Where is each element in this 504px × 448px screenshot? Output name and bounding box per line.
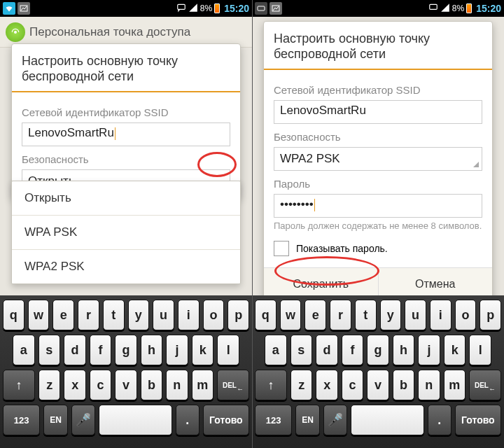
keyboard: q w e r t y u i o p a s d f g h j k l ↑ … <box>252 295 504 448</box>
key-i[interactable]: i <box>430 300 451 330</box>
show-password-label: Показывать пароль. <box>296 243 388 254</box>
key-c[interactable]: c <box>90 370 111 400</box>
key-go[interactable]: Готово <box>203 405 249 435</box>
key-j[interactable]: j <box>418 335 440 365</box>
battery-icon <box>214 4 220 13</box>
key-space[interactable] <box>99 405 172 435</box>
key-dot[interactable]: . <box>428 405 451 435</box>
key-q[interactable]: q <box>3 300 24 330</box>
key-h[interactable]: h <box>141 335 163 365</box>
key-y[interactable]: y <box>128 300 150 330</box>
key-o[interactable]: o <box>455 300 477 330</box>
key-e[interactable]: e <box>52 300 74 330</box>
key-p[interactable]: p <box>479 300 501 330</box>
key-b[interactable]: b <box>393 370 414 400</box>
key-k[interactable]: k <box>444 335 466 365</box>
key-r[interactable]: r <box>330 300 351 330</box>
key-z[interactable]: z <box>290 370 312 400</box>
key-delete[interactable]: DEL← <box>217 370 249 400</box>
battery-percent: 8% <box>452 4 464 13</box>
option-open[interactable]: Открыть <box>12 181 240 216</box>
key-d[interactable]: d <box>64 335 86 365</box>
status-bar: 8% 15:20 <box>252 0 504 17</box>
key-s[interactable]: s <box>38 335 61 365</box>
chat-icon <box>428 3 438 15</box>
key-c[interactable]: c <box>342 370 363 400</box>
keyboard-icon <box>255 2 267 15</box>
key-z[interactable]: z <box>38 370 60 400</box>
key-g[interactable]: g <box>115 335 137 365</box>
key-numbers[interactable]: 123 <box>255 405 292 435</box>
key-numbers[interactable]: 123 <box>3 405 40 435</box>
picture-icon <box>270 2 282 15</box>
option-wpa[interactable]: WPA PSK <box>12 216 240 250</box>
key-g[interactable]: g <box>367 335 389 365</box>
chevron-down-icon <box>473 162 479 167</box>
dialog-title: Настроить основную точку беспроводной се… <box>12 44 240 92</box>
battery-percent: 8% <box>200 4 212 13</box>
picture-icon <box>18 2 30 15</box>
clock: 15:20 <box>476 3 501 14</box>
key-v[interactable]: v <box>367 370 388 400</box>
security-label: Безопасность <box>274 131 482 143</box>
divider <box>252 0 253 448</box>
signal-icon <box>440 3 450 15</box>
key-m[interactable]: m <box>444 370 465 400</box>
svg-rect-3 <box>258 6 265 10</box>
key-go[interactable]: Готово <box>455 405 501 435</box>
key-p[interactable]: p <box>227 300 249 330</box>
key-y[interactable]: y <box>380 300 402 330</box>
show-password-checkbox[interactable] <box>274 241 289 256</box>
key-x[interactable]: x <box>64 370 85 400</box>
key-u[interactable]: u <box>405 300 426 330</box>
key-t[interactable]: t <box>355 300 377 330</box>
key-f[interactable]: f <box>90 335 112 365</box>
key-q[interactable]: q <box>255 300 276 330</box>
password-label: Пароль <box>274 178 482 190</box>
key-l[interactable]: l <box>469 335 491 365</box>
ssid-label: Сетевой идентификатор SSID <box>274 84 482 96</box>
key-j[interactable]: j <box>166 335 188 365</box>
key-dot[interactable]: . <box>176 405 200 435</box>
key-i[interactable]: i <box>178 300 200 330</box>
key-v[interactable]: v <box>115 370 136 400</box>
key-language[interactable]: EN <box>43 405 67 435</box>
key-language[interactable]: EN <box>295 405 319 435</box>
key-w[interactable]: w <box>28 300 50 330</box>
key-n[interactable]: n <box>166 370 188 400</box>
key-a[interactable]: a <box>265 335 287 365</box>
key-h[interactable]: h <box>393 335 415 365</box>
signal-icon <box>188 3 198 15</box>
ssid-input[interactable]: LenovoSmartRu <box>22 122 230 146</box>
key-mic[interactable]: 🎤 <box>323 405 347 435</box>
password-input[interactable]: •••••••• <box>274 194 482 218</box>
ssid-input[interactable]: LenovoSmartRu <box>274 100 482 124</box>
key-o[interactable]: o <box>203 300 225 330</box>
battery-icon <box>466 4 472 13</box>
key-shift[interactable]: ↑ <box>3 370 35 400</box>
key-u[interactable]: u <box>153 300 174 330</box>
key-t[interactable]: t <box>103 300 125 330</box>
key-n[interactable]: n <box>418 370 440 400</box>
key-s[interactable]: s <box>290 335 313 365</box>
key-e[interactable]: e <box>304 300 326 330</box>
password-hint: Пароль должен содержать не менее 8 симво… <box>274 220 482 231</box>
key-m[interactable]: m <box>192 370 214 400</box>
key-a[interactable]: a <box>13 335 35 365</box>
key-space[interactable] <box>351 405 424 435</box>
key-f[interactable]: f <box>342 335 364 365</box>
key-l[interactable]: l <box>217 335 239 365</box>
key-delete[interactable]: DEL← <box>469 370 501 400</box>
ssid-label: Сетевой идентификатор SSID <box>22 106 230 118</box>
key-d[interactable]: d <box>316 335 338 365</box>
key-mic[interactable]: 🎤 <box>71 405 95 435</box>
key-k[interactable]: k <box>192 335 214 365</box>
key-w[interactable]: w <box>280 300 302 330</box>
key-x[interactable]: x <box>316 370 337 400</box>
option-wpa2[interactable]: WPA2 PSK <box>12 250 240 284</box>
key-b[interactable]: b <box>141 370 162 400</box>
key-shift[interactable]: ↑ <box>255 370 287 400</box>
key-r[interactable]: r <box>78 300 99 330</box>
screen-right: 8% 15:20 Настроить основную точку беспро… <box>252 0 504 448</box>
security-select[interactable]: WPA2 PSK <box>274 147 482 171</box>
